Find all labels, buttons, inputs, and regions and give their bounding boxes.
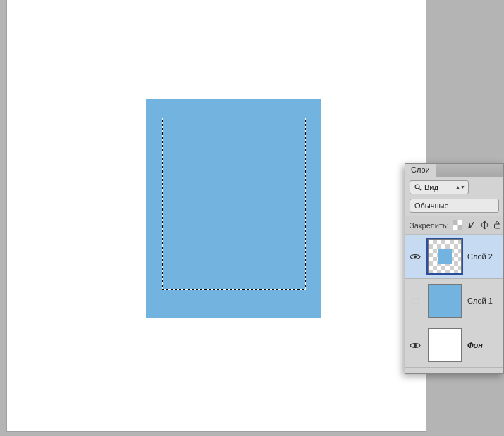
layer-thumbnail[interactable]: [428, 284, 462, 318]
svg-rect-4: [457, 225, 462, 230]
workspace: [0, 0, 426, 436]
document-canvas[interactable]: [7, 0, 426, 431]
panel-tabbar: Слои: [405, 164, 503, 177]
layer-thumbnail[interactable]: [428, 239, 462, 273]
layer-row[interactable]: Фон: [405, 323, 503, 368]
blend-mode-label: Обычные: [414, 201, 449, 210]
visibility-toggle[interactable]: [410, 342, 422, 349]
lock-pixels-icon[interactable]: [467, 219, 476, 231]
svg-point-8: [414, 344, 417, 347]
visibility-toggle[interactable]: [410, 253, 422, 261]
lock-all-icon[interactable]: [493, 219, 501, 231]
layers-list: Слой 2 Слой 1 Фон: [405, 235, 503, 368]
layer-row[interactable]: Слой 2: [405, 235, 503, 279]
svg-rect-3: [453, 220, 458, 225]
select-arrows-icon: ▲▼: [457, 186, 464, 189]
layer-thumbnail[interactable]: [428, 328, 462, 362]
blend-row: Обычные: [405, 197, 503, 216]
tab-layers[interactable]: Слои: [405, 164, 436, 177]
lock-position-icon[interactable]: [480, 219, 489, 231]
search-icon: [414, 184, 422, 191]
lock-row: Закрепить:: [405, 216, 503, 235]
filter-type-label: Вид: [424, 183, 438, 192]
visibility-toggle[interactable]: [410, 297, 422, 305]
svg-rect-5: [494, 224, 500, 228]
marquee-selection[interactable]: [162, 118, 306, 290]
svg-line-1: [419, 188, 421, 190]
layer-row[interactable]: Слой 1: [405, 279, 503, 323]
blend-mode-select[interactable]: Обычные: [410, 199, 499, 213]
filter-type-select[interactable]: Вид ▲▼: [410, 180, 469, 194]
layer-name[interactable]: Слой 1: [467, 297, 493, 305]
lock-transparency-icon[interactable]: [453, 219, 462, 231]
layers-panel: Слои Вид ▲▼ Обычные Закрепить:: [405, 163, 504, 374]
svg-point-0: [415, 185, 419, 189]
svg-rect-7: [412, 299, 419, 304]
view-row: Вид ▲▼: [405, 177, 503, 197]
layer-name[interactable]: Фон: [467, 341, 483, 349]
lock-label: Закрепить:: [410, 221, 449, 230]
layer-name[interactable]: Слой 2: [467, 252, 493, 261]
svg-point-6: [414, 255, 417, 258]
